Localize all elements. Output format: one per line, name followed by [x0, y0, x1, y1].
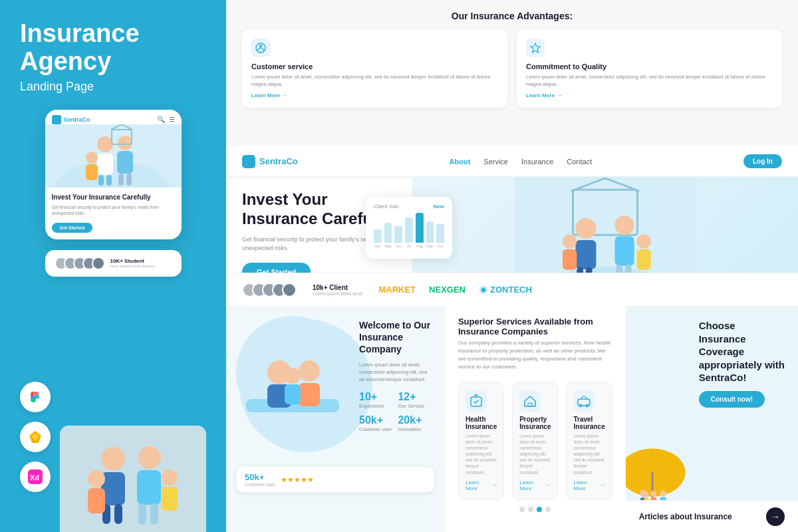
- mobile-logo-icon: [52, 115, 61, 124]
- pdot-2[interactable]: [528, 507, 533, 512]
- stat-innovation: 20k+ Innovation: [398, 414, 431, 432]
- svg-rect-34: [88, 488, 105, 513]
- articles-arrow[interactable]: →: [766, 507, 785, 526]
- service-card-travel: Travel Insurance Lorem ipsum dolor sit a…: [566, 382, 612, 500]
- partner-avatars: [242, 283, 297, 297]
- quality-learn-more[interactable]: Learn More →: [526, 92, 773, 98]
- stat-customers-label: Customer user: [359, 426, 392, 432]
- cta-heading: Choose Insurance Coverage appropriately …: [699, 319, 785, 384]
- svg-point-35: [162, 469, 178, 485]
- property-learn-more[interactable]: Learn More →: [519, 479, 551, 491]
- svg-rect-31: [138, 503, 146, 525]
- market-logo: MARKET: [378, 285, 416, 295]
- partner-info: 10k+ Client Lorem ipsum dolor amet: [313, 284, 362, 296]
- mobile-card-body: Invest Your Insurance Carefully Get fina…: [45, 188, 182, 239]
- pagination-dots: [458, 507, 612, 512]
- svg-point-33: [88, 470, 105, 487]
- svg-rect-3: [97, 154, 113, 175]
- svg-rect-36: [162, 487, 178, 511]
- stat-service: 12+ Our Service: [398, 391, 431, 409]
- stat-service-label: Our Service: [398, 403, 431, 409]
- pdot-3[interactable]: [537, 507, 542, 512]
- bar-aug: Aug: [416, 213, 424, 248]
- svg-rect-24: [60, 426, 206, 532]
- travel-insurance-heading: Travel Insurance: [573, 416, 604, 430]
- bottom-services: Superior Services Available from Insuran…: [445, 306, 626, 532]
- nav-link-contact[interactable]: Contact: [567, 158, 592, 166]
- customer-service-heading: Customer service: [251, 63, 498, 70]
- svg-rect-32: [150, 503, 158, 525]
- health-insurance-heading: Health Insurance: [466, 416, 497, 430]
- quality-heading: Commitment to Quality: [526, 63, 773, 70]
- health-learn-more[interactable]: Learn More →: [466, 479, 497, 491]
- stat-experience-num: 10+: [359, 391, 392, 403]
- bottom-cta: Choose Insurance Coverage appropriately …: [626, 306, 798, 532]
- figma-icon[interactable]: [20, 382, 51, 412]
- svg-point-29: [138, 446, 161, 469]
- customer-bar-num: 50k+: [245, 472, 275, 482]
- bar-apr-fill: [374, 229, 382, 243]
- svg-point-47: [615, 215, 634, 235]
- desktop-logo-icon: [242, 155, 255, 168]
- service-card-property: Property Insurance Lorem ipsum dolor sit…: [512, 382, 558, 500]
- svg-rect-44: [575, 240, 596, 269]
- search-icon[interactable]: 🔍: [157, 116, 165, 123]
- svg-text:Xd: Xd: [30, 473, 39, 481]
- svg-point-25: [101, 447, 125, 471]
- bar-apr: Apr: [374, 229, 382, 248]
- property-insurance-heading: Property Insurance: [519, 416, 551, 430]
- cta-button[interactable]: Consult now!: [699, 391, 765, 408]
- left-panel: Insurance Agency Landing Page SentraCo 🔍…: [0, 0, 226, 532]
- customer-service-learn-more[interactable]: Learn More →: [251, 92, 498, 98]
- bar-jul-fill: [405, 217, 413, 243]
- tool-icons: Xd: [20, 382, 51, 492]
- chart-card: Client Join New Apr May: [366, 197, 452, 259]
- pdot-1[interactable]: [519, 507, 525, 512]
- svg-rect-8: [118, 174, 124, 186]
- partners-bar: 10k+ Client Lorem ipsum dolor amet MARKE…: [226, 273, 798, 306]
- mobile-card: SentraCo 🔍 ☰: [45, 110, 182, 239]
- mobile-get-started-button[interactable]: Get Started: [52, 223, 93, 233]
- xd-icon[interactable]: Xd: [20, 462, 51, 492]
- desktop-nav: SentraCo About Service Insurance Contact…: [226, 146, 798, 177]
- svg-rect-5: [106, 175, 112, 186]
- partner-count: 10k+ Client: [313, 284, 362, 291]
- login-button[interactable]: Log In: [743, 154, 782, 168]
- stat-row: 10K+ Student have started their journey: [55, 257, 172, 270]
- mobile-nav-icons: 🔍 ☰: [157, 116, 175, 123]
- services-title: Superior Services Available from Insuran…: [458, 317, 612, 336]
- about-body: Lorem ipsum dolor sit amet, consectetur …: [359, 361, 432, 384]
- avatar: [92, 257, 105, 270]
- nav-link-insurance[interactable]: Insurance: [521, 158, 553, 166]
- cta-content: Choose Insurance Coverage appropriately …: [699, 319, 785, 408]
- svg-point-71: [626, 449, 686, 497]
- svg-rect-11: [86, 164, 98, 180]
- stat-service-num: 12+: [398, 391, 431, 403]
- bottom-section: Welcome to Our Insurance Company Lorem i…: [226, 306, 798, 532]
- travel-learn-more[interactable]: Learn More →: [573, 479, 604, 491]
- menu-icon[interactable]: ☰: [169, 116, 175, 123]
- bar-aug-fill: [416, 213, 424, 243]
- student-count: 10K+ Student: [110, 258, 156, 264]
- health-insurance-body: Lorem ipsum dolor sit amet, consectetur …: [466, 433, 497, 475]
- advantages-cards: Customer service Lorem ipsum dolor sit a…: [242, 29, 782, 108]
- svg-rect-30: [137, 470, 161, 505]
- mobile-logo: SentraCo: [52, 115, 90, 124]
- stat-innovation-num: 20k+: [398, 414, 431, 426]
- articles-bar: Articles about Insurance →: [626, 500, 798, 532]
- mobile-hero-img: [45, 124, 182, 188]
- nav-link-service[interactable]: Service: [483, 158, 508, 166]
- main-content: Our Insurance Advantages: Customer servi…: [226, 0, 798, 532]
- pdot-4[interactable]: [545, 507, 551, 512]
- svg-rect-28: [114, 504, 122, 524]
- sketch-icon[interactable]: [20, 422, 51, 452]
- advantage-card-2: Commitment to Quality Lorem ipsum dolor …: [517, 29, 782, 108]
- partner-sub: Lorem ipsum dolor amet: [313, 291, 362, 296]
- bar-may-fill: [384, 223, 392, 243]
- sub-title: Landing Page: [20, 80, 206, 94]
- desktop-logo: SentraCo: [242, 155, 298, 168]
- svg-point-79: [644, 492, 648, 497]
- svg-point-75: [650, 491, 656, 497]
- svg-point-43: [575, 218, 596, 239]
- nav-link-about[interactable]: About: [450, 158, 471, 166]
